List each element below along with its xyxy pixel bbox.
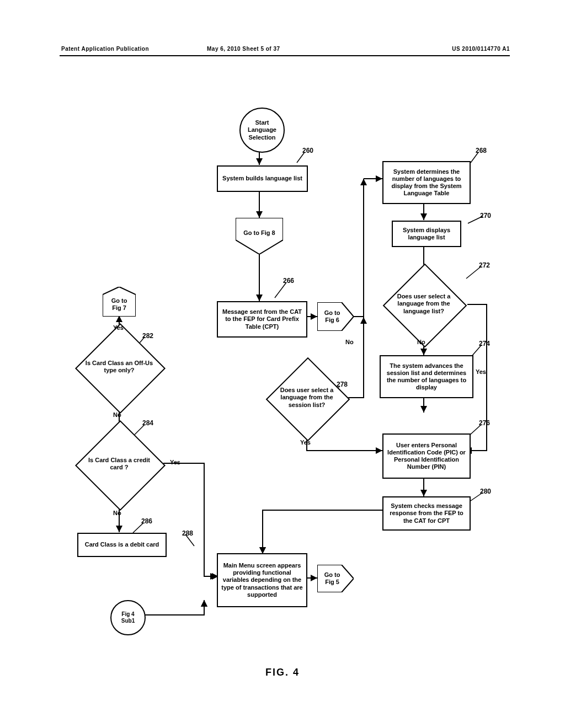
num-270: 270 (480, 212, 491, 220)
num-274: 274 (479, 340, 490, 347)
node-288: Main Menu screen appears providing funct… (217, 553, 307, 607)
num-268: 268 (476, 147, 487, 154)
num-286: 286 (141, 517, 152, 525)
edge-282-yes: Yes (113, 324, 124, 331)
node-276: User enters Personal Identification Code… (382, 433, 471, 479)
num-288: 288 (182, 529, 193, 537)
node-282-label: Is Card Class an Off-Us type only? (80, 352, 158, 382)
node-268-label: System determines the number of language… (385, 168, 468, 197)
edge-272-no: No (417, 339, 425, 345)
node-274: The system advances the session list and… (380, 355, 473, 398)
edge-284-no: No (113, 510, 121, 516)
goto-fig8-label: Go to Fig 8 (236, 224, 283, 243)
edge-278-no: No (345, 339, 354, 345)
fig4-sub1-label: Fig 4 Sub1 (121, 611, 135, 624)
num-280: 280 (480, 488, 491, 495)
edge-282-no: No (113, 411, 121, 418)
goto-fig5-label: Go to Fig 5 (318, 565, 346, 592)
node-288-label: Main Menu screen appears providing funct… (220, 562, 305, 598)
num-284: 284 (142, 419, 153, 427)
edge-284-yes: Yes (170, 459, 180, 465)
num-278: 278 (337, 381, 348, 388)
node-266: Message sent from the CAT to the FEP for… (217, 301, 307, 338)
node-284-label: Is Card Class a credit card ? (82, 451, 157, 477)
node-274-label: The system advances the session list and… (382, 362, 471, 392)
node-270-label: System displays language list (395, 227, 459, 241)
start-label: Start Language Selection (248, 119, 276, 141)
num-276: 276 (479, 419, 490, 427)
num-282: 282 (142, 332, 153, 340)
edge-272-yes: Yes (476, 368, 486, 375)
num-266: 266 (283, 277, 294, 285)
num-272: 272 (479, 261, 490, 269)
edge-278-yes: Yes (300, 439, 311, 446)
node-276-label: User enters Personal Identification Code… (385, 442, 468, 471)
node-270: System displays language list (392, 221, 461, 247)
node-280-label: System checks message response from the … (385, 502, 468, 524)
node-260-label: System builds language list (222, 175, 302, 182)
goto-fig7-label: Go to Fig 7 (103, 295, 136, 314)
node-268: System determines the number of language… (382, 161, 471, 204)
node-272-label: Does user select a language from the lan… (386, 289, 461, 319)
node-260: System builds language list (217, 165, 308, 192)
node-278-label: Does user select a language from the ses… (269, 383, 344, 413)
start-node: Start Language Selection (239, 108, 285, 153)
node-286: Card Class is a debit card (77, 533, 167, 557)
fig4-sub1: Fig 4 Sub1 (110, 600, 146, 635)
node-280: System checks message response from the … (382, 496, 471, 531)
goto-fig6-label: Go to Fig 6 (318, 302, 346, 331)
num-260: 260 (302, 147, 313, 154)
figure-caption: FIG. 4 (0, 667, 565, 678)
node-286-label: Card Class is a debit card (85, 541, 159, 548)
node-266-label: Message sent from the CAT to the FEP for… (220, 308, 305, 330)
